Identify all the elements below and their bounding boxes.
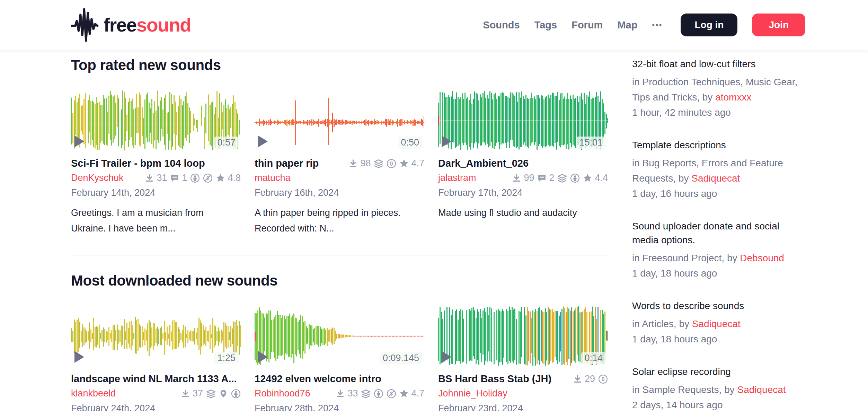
stat-value: 29 <box>585 374 595 384</box>
logo-waveform-icon <box>71 8 103 42</box>
waveform-player[interactable]: 1:25 <box>71 305 241 367</box>
sound-description: Greetings. I am a musician from Ukraine.… <box>71 205 241 236</box>
forum-post-title-link[interactable]: Solar eclipse recording <box>632 365 805 379</box>
nav-sounds[interactable]: Sounds <box>483 19 520 31</box>
forum-post-time: 1 day, 18 hours ago <box>632 332 805 347</box>
duration-badge: 0:09.145 <box>380 352 422 364</box>
cc-attribution-icon <box>190 173 200 183</box>
forum-post-meta: in Production Techniques, Music Gear, Ti… <box>632 75 805 105</box>
sound-author-link[interactable]: matucha <box>255 173 291 183</box>
cc-attribution-icon <box>374 389 383 399</box>
forum-post-title-link[interactable]: Sound uploader donate and social media o… <box>632 219 805 247</box>
forum-post-title-link[interactable]: Words to describe sounds <box>632 299 805 313</box>
join-button[interactable]: Join <box>752 14 805 36</box>
waveform-player[interactable]: 0:50 <box>255 90 424 151</box>
play-icon[interactable] <box>258 135 268 147</box>
sound-title-link[interactable]: BS Hard Bass Stab (JH) <box>438 373 551 385</box>
forum-post-time: 1 hour, 42 minutes ago <box>632 105 805 120</box>
most-downloaded-grid: 1:25 landscape wind NL March 1133 A... k… <box>71 305 608 411</box>
forum-post-author-link[interactable]: Debsound <box>740 253 784 263</box>
logo[interactable]: freesound <box>71 8 191 42</box>
download-icon <box>512 173 521 183</box>
cc-attribution-icon <box>570 173 580 183</box>
header: freesound Sounds Tags Forum Map ••• Log … <box>0 0 868 50</box>
geotag-icon <box>219 389 228 398</box>
forum-post-meta: in Freesound Project, by Debsound <box>632 251 805 266</box>
duration-badge: 0:50 <box>398 137 422 149</box>
stat-value: 4.7 <box>411 158 424 169</box>
stat-value: 31 <box>157 173 167 183</box>
sound-date: February 16th, 2024 <box>255 187 424 198</box>
section-title-most-downloaded: Most downloaded new sounds <box>71 272 608 290</box>
forum-post-time: 1 day, 16 hours ago <box>632 186 805 201</box>
comments-icon <box>537 173 547 183</box>
sound-card: 0:09.145 12492 elven welcome intro Robin… <box>255 305 424 411</box>
cc-noncommercial-icon: $ <box>203 173 213 183</box>
star-icon <box>583 173 592 183</box>
sound-card: 15:01 Dark_Ambient_026 jalastram 9924.4 … <box>438 90 608 236</box>
forum-post-meta: in Sample Requests, by Sadiquecat <box>632 382 805 397</box>
sound-date: February 14th, 2024 <box>71 187 241 198</box>
forum-post-title-link[interactable]: Template descriptions <box>632 138 805 152</box>
main-content: Top rated new sounds 0:57 Sci-Fi Trailer… <box>0 50 868 411</box>
cc-zero-icon: 0 <box>598 374 608 384</box>
sound-author-link[interactable]: Robinhood76 <box>255 388 310 399</box>
sound-date: February 23rd, 2024 <box>438 403 608 411</box>
sound-stats: 311$4.8 <box>145 173 241 183</box>
sound-title-link[interactable]: landscape wind NL March 1133 A... <box>71 373 237 385</box>
download-icon <box>348 159 358 168</box>
forum-post-author-link[interactable]: Sadiquecat <box>691 173 740 184</box>
stat-value: 1 <box>182 173 187 183</box>
waveform-player[interactable]: 15:01 <box>438 90 608 151</box>
sound-title-link[interactable]: Sci-Fi Trailer - bpm 104 loop <box>71 158 205 169</box>
forum-post-author-link[interactable]: Sadiquecat <box>692 318 741 329</box>
sound-title-link[interactable]: 12492 elven welcome intro <box>255 373 381 385</box>
forum-post-forum: in Sample Requests, by <box>632 384 737 395</box>
forum-post-author-link[interactable]: Sadiquecat <box>737 384 786 395</box>
play-icon[interactable] <box>74 135 84 147</box>
play-icon[interactable] <box>442 351 451 363</box>
sound-date: February 17th, 2024 <box>438 187 608 198</box>
sound-author-link[interactable]: jalastram <box>438 173 476 183</box>
sound-title-link[interactable]: Dark_Ambient_026 <box>438 158 529 169</box>
forum-post-time: 1 day, 18 hours ago <box>632 266 805 281</box>
play-icon[interactable] <box>258 351 268 363</box>
forum-post-title-link[interactable]: 32-bit float and low-cut filters <box>632 57 805 71</box>
duration-badge: 0:57 <box>214 137 239 149</box>
sound-stats: 37 <box>181 388 241 399</box>
play-icon[interactable] <box>74 351 84 363</box>
star-icon <box>216 173 225 183</box>
play-icon[interactable] <box>442 135 451 147</box>
pack-icon <box>361 389 371 399</box>
forum-post-forum: in Production Techniques, Music Gear, Ti… <box>632 77 797 103</box>
stat-value: 4.8 <box>228 173 241 183</box>
stat-value: 33 <box>347 388 358 399</box>
duration-badge: 1:25 <box>214 352 239 364</box>
more-menu-icon[interactable]: ••• <box>652 21 663 29</box>
nav-forum[interactable]: Forum <box>572 19 603 31</box>
login-button[interactable]: Log in <box>681 14 737 36</box>
cc-zero-icon: 0 <box>387 159 396 168</box>
download-icon <box>145 173 154 183</box>
sound-author-link[interactable]: klankbeeld <box>71 388 116 399</box>
sound-author-link[interactable]: DenKyschuk <box>71 173 124 183</box>
sound-author-link[interactable]: Johnnie_Holiday <box>438 388 507 399</box>
main-nav: Sounds Tags Forum Map ••• Log in Join <box>483 14 805 36</box>
forum-post-author-link[interactable]: atomxxx <box>715 92 751 103</box>
section-top-rated: Top rated new sounds 0:57 Sci-Fi Trailer… <box>71 56 608 236</box>
sound-description: A thin paper being ripped in pieces. Rec… <box>255 205 424 236</box>
forum-post-time: 2 days, 14 hours ago <box>632 397 805 411</box>
waveform-player[interactable]: 0:09.145 <box>255 305 424 367</box>
nav-tags[interactable]: Tags <box>534 19 557 31</box>
star-icon <box>399 159 409 168</box>
duration-badge: 0:14 <box>581 352 606 364</box>
top-rated-grid: 0:57 Sci-Fi Trailer - bpm 104 loop DenKy… <box>71 90 608 236</box>
sound-card: 0:14 BS Hard Bass Stab (JH) 290 Johnnie_… <box>438 305 608 411</box>
logo-text-free: free <box>104 14 136 36</box>
nav-map[interactable]: Map <box>617 19 637 31</box>
waveform-player[interactable]: 0:14 <box>438 305 608 367</box>
forum-post: 32-bit float and low-cut filters in Prod… <box>632 57 805 120</box>
waveform-player[interactable]: 0:57 <box>71 90 241 151</box>
pack-icon <box>374 159 383 168</box>
sound-title-link[interactable]: thin paper rip <box>255 158 319 169</box>
